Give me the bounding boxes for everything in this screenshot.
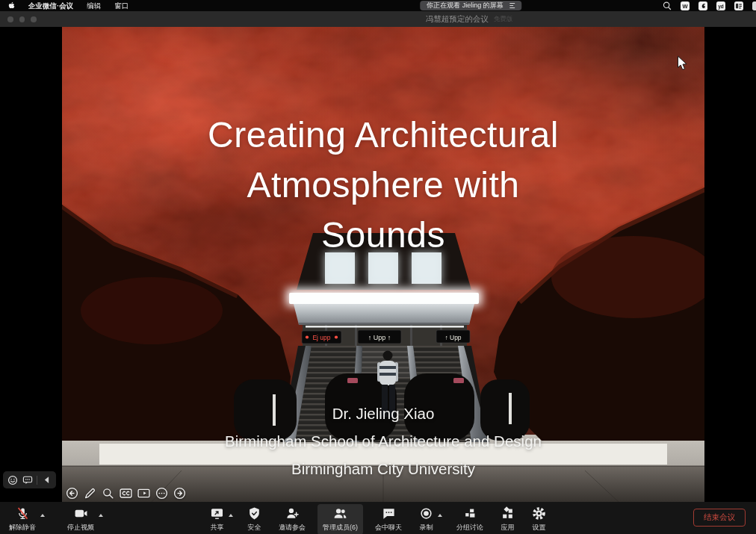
video-options-caret[interactable] <box>99 514 103 517</box>
sign-upp-center: ↑ Upp ↑ <box>358 330 401 344</box>
share-options-caret[interactable] <box>229 514 233 517</box>
emoji-reaction-button[interactable] <box>7 474 18 485</box>
camera-icon <box>74 506 88 521</box>
share-list-icon <box>509 3 515 8</box>
presentation-slide: Ej upp ↑ Upp ↑ ↑ Upp <box>62 27 704 502</box>
mic-muted-icon <box>16 506 30 521</box>
close-window-button[interactable] <box>7 16 13 22</box>
svg-text:↑ Upp ↑: ↑ Upp ↑ <box>368 334 391 341</box>
chat-search-icon[interactable] <box>663 1 672 10</box>
meeting-toolbar: 解除静音 停止视频 共享 安全 <box>0 502 756 534</box>
manage-members-button[interactable]: 管理成员(6) <box>317 504 363 534</box>
menu-app[interactable]: 企业微信·会议 <box>22 0 80 11</box>
contact-card-icon[interactable] <box>734 1 743 10</box>
slide-subtitle: Dr. Jieling Xiao Birmingham School of Ar… <box>62 400 704 482</box>
svg-text:yd: yd <box>718 3 724 9</box>
apps-grid-icon <box>501 506 515 521</box>
reaction-bar-divider <box>37 476 37 485</box>
slide-title: Creating Architectural Atmosphere with S… <box>62 110 704 260</box>
slide-title-line: Creating Architectural <box>62 110 704 160</box>
pen-tool-button[interactable] <box>82 485 98 501</box>
screen-share-icon <box>210 506 224 521</box>
invite-label: 邀请参会 <box>279 523 306 533</box>
unmute-label: 解除静音 <box>9 523 36 533</box>
menu-window[interactable]: 窗口 <box>108 0 135 11</box>
zoom-tool-button[interactable] <box>100 485 116 501</box>
security-button[interactable]: 安全 <box>242 504 267 534</box>
stop-video-label: 停止视频 <box>67 523 94 533</box>
screen-watch-pill[interactable]: 你正在观看 Jieling 的屏幕 <box>420 1 521 10</box>
mic-options-caret[interactable] <box>40 514 45 517</box>
manage-members-label: 管理成员(6) <box>323 523 358 533</box>
clipped-app-icon[interactable] <box>752 1 756 10</box>
captions-button[interactable] <box>118 485 134 501</box>
settings-label: 设置 <box>533 523 546 533</box>
chat-button[interactable]: 会中聊天 <box>370 504 407 534</box>
settings-button[interactable]: 设置 <box>527 504 551 534</box>
apps-button[interactable]: 应用 <box>495 504 520 534</box>
menu-edit[interactable]: 编辑 <box>80 0 108 11</box>
shared-screen-stage: Ej upp ↑ Upp ↑ ↑ Upp <box>0 27 756 502</box>
sign-upp-right: ↑ Upp <box>436 330 470 343</box>
unmute-button[interactable]: 解除静音 <box>4 504 41 534</box>
menu-status-icons: W yd <box>663 0 756 11</box>
chat-bubble-icon <box>382 506 396 521</box>
record-button[interactable]: 录制 <box>414 504 439 534</box>
apps-label: 应用 <box>501 523 515 533</box>
meeting-title-badge: 免费版 <box>494 15 513 24</box>
next-slide-button[interactable] <box>172 485 188 501</box>
share-label: 共享 <box>211 523 224 533</box>
minimize-window-button[interactable] <box>19 16 25 22</box>
chat-quick-button[interactable] <box>22 474 33 485</box>
presenter-controls <box>64 485 188 501</box>
note-app-icon[interactable] <box>698 1 707 10</box>
breakout-rooms-button[interactable]: 分组讨论 <box>451 504 489 534</box>
breakout-label: 分组讨论 <box>456 523 483 533</box>
svg-text:↑ Upp: ↑ Upp <box>444 334 461 341</box>
breakout-squares-icon <box>463 506 477 521</box>
sign-ej-upp: Ej upp <box>302 331 341 344</box>
person-add-icon <box>285 506 300 521</box>
zoom-window-button[interactable] <box>31 16 37 22</box>
record-icon <box>419 506 433 521</box>
slide-affiliation-university: Birmingham City University <box>62 455 704 482</box>
macos-menu-bar: 企业微信·会议 编辑 窗口 你正在观看 Jieling 的屏幕 W yd <box>0 0 756 11</box>
traffic-lights <box>7 16 37 22</box>
svg-text:Ej upp: Ej upp <box>312 334 330 341</box>
record-options-caret[interactable] <box>438 514 442 517</box>
stop-video-button[interactable]: 停止视频 <box>62 504 99 534</box>
shield-check-icon <box>247 506 261 521</box>
apple-menu-icon[interactable] <box>7 1 16 10</box>
collapse-bar-button[interactable] <box>41 474 52 485</box>
slide-title-line: Sounds <box>62 210 704 260</box>
w-app-icon[interactable]: W <box>681 1 690 10</box>
slide-author: Dr. Jieling Xiao <box>62 400 704 427</box>
window-title-bar: 冯慧超预定的会议 免费版 <box>0 11 756 27</box>
end-meeting-button[interactable]: 结束会议 <box>693 509 746 527</box>
mouse-cursor <box>677 55 688 74</box>
present-mode-button[interactable] <box>136 485 152 501</box>
security-label: 安全 <box>248 523 261 533</box>
meeting-title: 冯慧超预定的会议 <box>426 14 489 25</box>
share-screen-button[interactable]: 共享 <box>205 504 229 534</box>
slide-affiliation-school: Birmingham School of Architecture and De… <box>62 427 704 455</box>
svg-text:W: W <box>682 2 688 9</box>
gear-icon <box>532 506 546 521</box>
screen-watch-text: 你正在观看 Jieling 的屏幕 <box>427 1 504 10</box>
slide-title-line: Atmosphere with <box>62 160 704 210</box>
youdao-app-icon[interactable]: yd <box>716 1 725 10</box>
people-icon <box>333 506 347 521</box>
chat-label: 会中聊天 <box>375 523 402 533</box>
more-options-button[interactable] <box>154 485 170 501</box>
invite-button[interactable]: 邀请参会 <box>273 504 311 534</box>
record-label: 录制 <box>420 523 433 533</box>
previous-slide-button[interactable] <box>64 485 80 501</box>
reaction-mini-bar <box>3 471 56 488</box>
